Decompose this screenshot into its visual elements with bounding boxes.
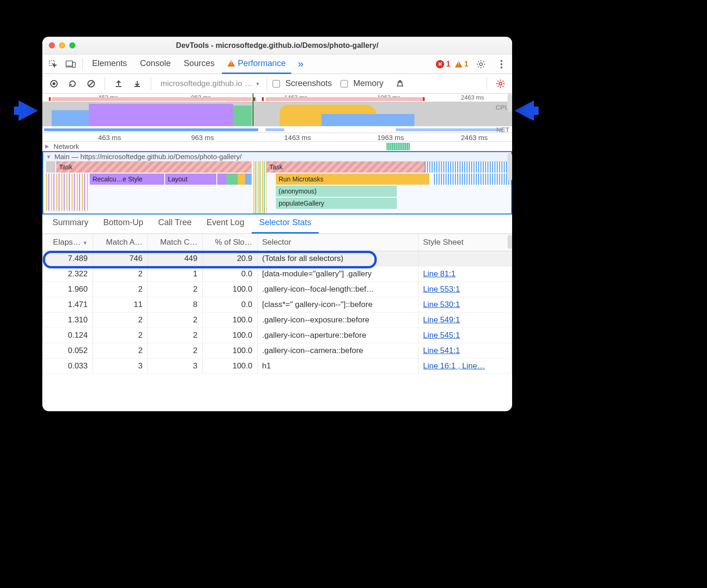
sort-desc-icon: ▼: [83, 240, 88, 246]
collapse-icon[interactable]: ▼: [46, 154, 53, 160]
flame-microtasks[interactable]: Run Microtasks: [276, 174, 429, 185]
flame-anonymous[interactable]: (anonymous): [276, 186, 397, 197]
memory-checkbox[interactable]: [340, 80, 348, 87]
clear-icon[interactable]: [83, 77, 99, 91]
capture-settings-icon[interactable]: [493, 77, 508, 91]
net-bar: [396, 128, 503, 131]
stylesheet-link[interactable]: Line 16:1 , Line…: [423, 361, 485, 370]
table-cell: 1.960: [42, 282, 93, 297]
tab-bottom-up[interactable]: Bottom-Up: [96, 213, 151, 234]
table-cell: 7.489: [42, 251, 93, 267]
close-window-button[interactable]: [49, 42, 55, 48]
garbage-collect-icon[interactable]: [392, 77, 408, 91]
flame-label: populateGallery: [279, 200, 324, 207]
tab-summary[interactable]: Summary: [45, 213, 96, 234]
stylesheet-link[interactable]: Line 545:1: [423, 331, 460, 340]
grid-scrollbar[interactable]: [507, 235, 512, 249]
table-cell: Line 541:1: [418, 343, 512, 359]
main-track[interactable]: ▼ Main — https://microsoftedge.github.io…: [42, 151, 512, 214]
selector-stats-grid[interactable]: Elaps…▼ Match A… Match C… % of Slo… Sele…: [42, 234, 512, 411]
flame-label: Layout: [168, 175, 187, 183]
table-row[interactable]: 1.96022100.0.gallery-icon--focal-length:…: [42, 282, 512, 297]
record-icon[interactable]: [46, 77, 62, 91]
tab-selector-stats[interactable]: Selector Stats: [252, 213, 319, 234]
flame-populate-gallery[interactable]: populateGallery: [276, 198, 397, 209]
col-match-attempts[interactable]: Match A…: [93, 234, 147, 251]
ruler-label: 963 ms: [191, 134, 214, 141]
flame-label: Recalcu…e Style: [93, 175, 142, 183]
flame-layout[interactable]: Layout: [165, 174, 216, 185]
stylesheet-link[interactable]: Line 553:1: [423, 285, 460, 294]
net-overview[interactable]: NET: [42, 126, 512, 133]
reload-record-icon[interactable]: [65, 77, 80, 91]
table-row[interactable]: 0.03333100.0h1Line 16:1 , Line…: [42, 359, 512, 374]
table-cell: h1: [257, 359, 418, 374]
table-cell: 100.0: [202, 313, 257, 328]
error-counter[interactable]: ✕ 1: [436, 60, 450, 68]
flame-task[interactable]: Task: [56, 161, 252, 173]
inspect-element-icon[interactable]: [45, 57, 61, 71]
cpu-block: [89, 104, 233, 126]
timeline-overview[interactable]: 463 ms 963 ms 1463 ms 1963 ms 2463 ms CP…: [42, 94, 512, 142]
zoom-window-button[interactable]: [69, 42, 75, 48]
stylesheet-link[interactable]: Line 81:1: [423, 269, 456, 278]
upload-icon[interactable]: [111, 77, 127, 91]
expand-icon[interactable]: ▶: [45, 143, 52, 149]
overview-scrollbar[interactable]: [507, 94, 512, 112]
more-tabs-button[interactable]: »: [293, 58, 308, 70]
table-cell: 2: [93, 313, 147, 328]
device-toolbar-icon[interactable]: [63, 57, 79, 71]
table-cell: 746: [93, 251, 147, 267]
tab-event-log[interactable]: Event Log: [199, 213, 252, 234]
stylesheet-link[interactable]: Line 549:1: [423, 315, 460, 324]
cpu-overview[interactable]: CPU: [42, 102, 512, 126]
tab-console[interactable]: Console: [134, 54, 176, 74]
tab-call-tree[interactable]: Call Tree: [151, 213, 199, 234]
col-label: Elaps…: [53, 238, 81, 247]
main-track-header[interactable]: ▼ Main — https://microsoftedge.github.io…: [43, 152, 511, 161]
error-count: 1: [446, 60, 450, 68]
toolbar-divider: [487, 77, 487, 90]
svg-rect-1: [66, 61, 73, 66]
tab-performance[interactable]: Performance: [222, 54, 291, 74]
screenshots-checkbox[interactable]: [273, 80, 280, 87]
table-row[interactable]: 0.05222100.0.gallery-icon--camera::befor…: [42, 343, 512, 359]
cpu-block: [52, 110, 89, 126]
col-elapsed[interactable]: Elaps…▼: [42, 234, 93, 251]
tracks-scrollbar[interactable]: [507, 153, 512, 181]
col-match-count[interactable]: Match C…: [147, 234, 202, 251]
table-cell: Line 530:1: [418, 297, 512, 313]
stylesheet-link[interactable]: Line 541:1: [423, 346, 460, 355]
table-cell: Line 545:1: [418, 328, 512, 343]
kebab-menu-icon[interactable]: [494, 57, 509, 71]
table-cell: 20.9: [202, 251, 257, 267]
table-cell: 449: [147, 251, 202, 267]
settings-icon[interactable]: [473, 57, 489, 71]
flame-gray[interactable]: [46, 161, 55, 173]
flame-recalc-style[interactable]: Recalcu…e Style: [90, 174, 164, 185]
table-row[interactable]: 1.31022100.0.gallery-icon--exposure::bef…: [42, 313, 512, 328]
warning-icon: [455, 61, 462, 67]
flame-misc[interactable]: [217, 174, 252, 185]
overview-marker: [423, 97, 425, 101]
network-track-header[interactable]: ▶ Network: [42, 142, 512, 151]
flame-task[interactable]: Task: [267, 161, 425, 173]
table-cell: 1.471: [42, 297, 93, 313]
ruler-label: 1963 ms: [377, 134, 404, 141]
tab-sources[interactable]: Sources: [178, 54, 220, 74]
col-pct-slow[interactable]: % of Slo…: [202, 234, 257, 251]
table-cell: Line 553:1: [418, 282, 512, 297]
target-select[interactable]: microsoftedge.github.io …: [157, 77, 261, 90]
table-row[interactable]: 1.4711180.0[class*=" gallery-icon--"]::b…: [42, 297, 512, 313]
minimize-window-button[interactable]: [59, 42, 65, 48]
table-row[interactable]: 2.322210.0[data-module="gallery"] .galle…: [42, 267, 512, 282]
col-stylesheet[interactable]: Style Sheet: [418, 234, 512, 251]
flame-chart[interactable]: Task Task Recalcu…e Style Layout Run Mic…: [43, 161, 511, 214]
download-icon[interactable]: [129, 77, 145, 91]
table-row[interactable]: 7.48974644920.9(Totals for all selectors…: [42, 251, 512, 267]
stylesheet-link[interactable]: Line 530:1: [423, 300, 460, 309]
warning-counter[interactable]: 1: [455, 60, 468, 68]
table-row[interactable]: 0.12422100.0.gallery-icon--aperture::bef…: [42, 328, 512, 343]
tab-elements[interactable]: Elements: [87, 54, 133, 74]
col-selector[interactable]: Selector: [257, 234, 418, 251]
